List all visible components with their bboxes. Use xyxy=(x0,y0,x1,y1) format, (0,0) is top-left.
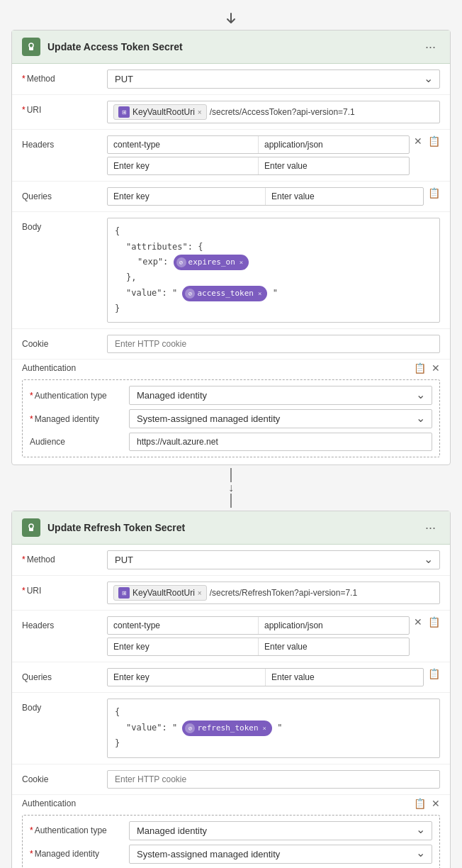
card1-body-textarea[interactable]: { "attributes": { "exp": ⊘ expires_on × … xyxy=(107,218,440,323)
card1-auth-box: *Authentication type Managed identity *M… xyxy=(22,379,440,457)
card1-token-close2[interactable]: × xyxy=(258,288,261,299)
card2-query-key[interactable]: Enter key xyxy=(108,669,266,686)
card2-header-val2[interactable]: Enter value xyxy=(259,638,409,655)
card1-auth-header: Authentication 📋 ✕ xyxy=(22,362,440,374)
card2-method-content: PUT xyxy=(107,550,440,569)
card1-token-icon1: ⊘ xyxy=(176,257,186,267)
card1-method-content: PUT xyxy=(107,69,440,89)
card2-managed-identity-label: *Managed identity xyxy=(30,849,129,859)
card2-headers-actions: ✕ 📋 xyxy=(414,616,440,628)
svg-rect-5 xyxy=(31,526,32,528)
card2-uri-tag-close[interactable]: × xyxy=(198,589,202,597)
card1-cookie-input[interactable] xyxy=(107,335,440,353)
card1-header-val1[interactable]: application/json xyxy=(259,136,409,153)
card2-managed-identity-select[interactable]: System-assigned managed identity xyxy=(129,845,432,864)
card2-headers-table-wrapper: content-type application/json Enter key … xyxy=(107,616,410,656)
card1-uri-content: ⊞ KeyVaultRootUri × /secrets/AccessToken… xyxy=(107,101,440,123)
card1-auth-close-icon[interactable]: ✕ xyxy=(432,362,440,374)
card1-token-access-token: ⊘ access_token × xyxy=(182,286,267,301)
card1-method-select-wrapper[interactable]: PUT xyxy=(107,69,440,89)
card1-headers-add-icon[interactable]: 📋 xyxy=(428,135,440,147)
card1-uri-tag-close[interactable]: × xyxy=(198,108,202,116)
card1-header-key2[interactable]: Enter key xyxy=(108,157,259,174)
card1-managed-identity-select-wrapper[interactable]: System-assigned managed identity xyxy=(129,409,432,428)
card2-auth-close-icon[interactable]: ✕ xyxy=(432,798,440,809)
card1-auth-copy-icon[interactable]: 📋 xyxy=(414,362,426,374)
card2-body-line6: } xyxy=(115,736,432,752)
card1-queries-label: Queries xyxy=(22,187,107,201)
card2-token-close[interactable]: × xyxy=(263,723,266,734)
card2-headers-delete-icon[interactable]: ✕ xyxy=(414,616,422,628)
card2-body-content: { "value": " ⊘ refresh_token × " } xyxy=(107,699,440,757)
card2-headers-label: Headers xyxy=(22,616,107,630)
card1-token-close1[interactable]: × xyxy=(240,257,243,268)
card2-icon xyxy=(22,518,40,537)
card2-managed-identity-select-wrapper[interactable]: System-assigned managed identity xyxy=(129,845,432,864)
card2-auth-wrapper: Authentication 📋 ✕ *Authentication type xyxy=(12,795,450,868)
card2-auth-type-select-wrapper[interactable]: Managed identity xyxy=(129,821,432,840)
card2-auth-type-row: *Authentication type Managed identity xyxy=(30,821,432,840)
card2-title: Update Refresh Token Secret xyxy=(47,522,414,533)
card2-queries-label: Queries xyxy=(22,668,107,682)
card2-body-textarea[interactable]: { "value": " ⊘ refresh_token × " } xyxy=(107,699,440,757)
card1-menu[interactable]: ··· xyxy=(421,38,440,56)
card2-menu[interactable]: ··· xyxy=(421,519,440,537)
card1-headers-delete-icon[interactable]: ✕ xyxy=(414,135,422,147)
card1-cookie-label: Cookie xyxy=(22,335,107,349)
card2-headers-row: Headers content-type application/json En… xyxy=(12,611,450,662)
card1-auth-type-select-wrapper[interactable]: Managed identity xyxy=(129,386,432,405)
card1-audience-row: Audience xyxy=(30,433,432,451)
card1-header-val2[interactable]: Enter value xyxy=(259,157,409,174)
card1-auth-type-select[interactable]: Managed identity xyxy=(129,386,432,405)
card2-headers-content: content-type application/json Enter key … xyxy=(107,616,440,656)
card2-uri-content: ⊞ KeyVaultRootUri × /secrets/RefreshToke… xyxy=(107,582,440,604)
card2-headers-add-icon[interactable]: 📋 xyxy=(428,616,440,628)
card1-method-select[interactable]: PUT xyxy=(107,69,440,89)
card1-cookie-content xyxy=(107,335,440,353)
card2-body-line5: "value": " ⊘ refresh_token × " xyxy=(126,720,432,736)
card2-cookie-input[interactable] xyxy=(107,770,440,789)
card1-uri-tag-icon: ⊞ xyxy=(118,106,130,118)
card1-uri-input[interactable]: ⊞ KeyVaultRootUri × /secrets/AccessToken… xyxy=(107,101,440,123)
card2-header: Update Refresh Token Secret ··· xyxy=(12,511,450,545)
card1-body: *Method PUT *URI xyxy=(12,64,450,464)
card2-header-key1[interactable]: content-type xyxy=(108,617,259,634)
card2-auth-type-select[interactable]: Managed identity xyxy=(129,821,432,840)
card2-uri-label: *URI xyxy=(22,582,107,596)
card2-queries-row: Queries Enter key Enter value 📋 xyxy=(12,662,450,693)
card1-headers-table-wrapper: content-type application/json Enter key … xyxy=(107,135,410,175)
card1-method-row: *Method PUT xyxy=(12,64,450,95)
card2-header-key2[interactable]: Enter key xyxy=(108,638,259,655)
card1-managed-identity-select[interactable]: System-assigned managed identity xyxy=(129,409,432,428)
card2-queries-add-icon[interactable]: 📋 xyxy=(428,668,440,679)
card2-body-row: Body { "value": " ⊘ refresh_token × " xyxy=(12,693,450,764)
card1-auth-actions: 📋 ✕ xyxy=(414,362,440,374)
card2-auth-box: *Authentication type Managed identity *M… xyxy=(22,815,440,868)
connector-arrowhead: ↓ xyxy=(228,482,234,494)
card2-method-select[interactable]: PUT xyxy=(107,550,440,569)
card2-auth-copy-icon[interactable]: 📋 xyxy=(414,798,426,809)
card2-uri-suffix: /secrets/RefreshToken?api-version=7.1 xyxy=(210,588,357,598)
card1-queries-content: Enter key Enter value 📋 xyxy=(107,187,440,206)
card1-uri-label: *URI xyxy=(22,101,107,115)
card1-body-line1: { xyxy=(115,224,432,240)
card1-queries-add-icon[interactable]: 📋 xyxy=(428,187,440,199)
card2-method-select-wrapper[interactable]: PUT xyxy=(107,550,440,569)
card2-query-val[interactable]: Enter value xyxy=(266,669,423,686)
card2-header-val1[interactable]: application/json xyxy=(259,617,409,634)
card1-header-key1[interactable]: content-type xyxy=(108,136,259,153)
card1-title: Update Access Token Secret xyxy=(47,41,414,52)
card1-headers-row: Headers content-type application/json En… xyxy=(12,130,450,182)
card1-auth-wrapper: Authentication 📋 ✕ *Authentication type xyxy=(12,360,450,464)
card1-queries-row: Queries Enter key Enter value 📋 xyxy=(12,182,450,212)
card1-auth-type-label: *Authentication type xyxy=(30,391,129,401)
card2-method-row: *Method PUT xyxy=(12,545,450,576)
card1-uri-suffix: /secrets/AccessToken?api-version=7.1 xyxy=(210,107,355,117)
card1-audience-input[interactable] xyxy=(129,433,432,451)
card1-query-val[interactable]: Enter value xyxy=(266,188,423,205)
card1-query-key[interactable]: Enter key xyxy=(108,188,266,205)
card2-headers-row2: Enter key Enter value xyxy=(107,638,410,656)
card2-body-line1: { xyxy=(115,705,432,720)
card1-headers-content: content-type application/json Enter key … xyxy=(107,135,440,175)
card2-uri-input[interactable]: ⊞ KeyVaultRootUri × /secrets/RefreshToke… xyxy=(107,582,440,604)
